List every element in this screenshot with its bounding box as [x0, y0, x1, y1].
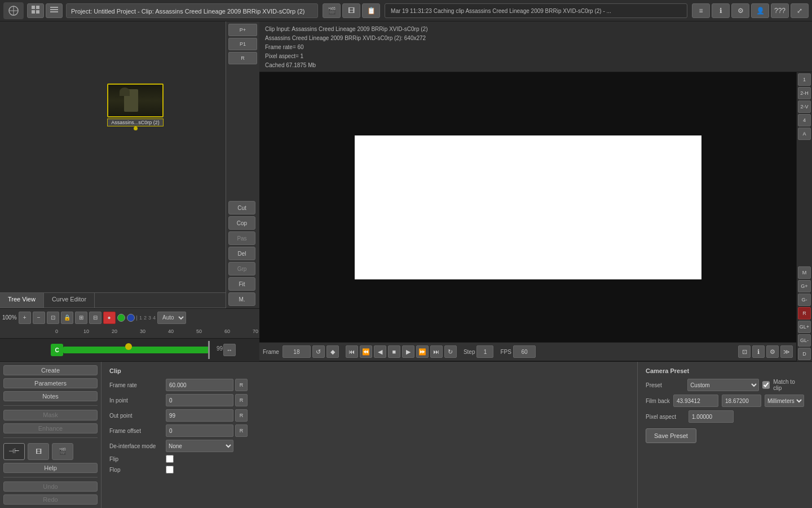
redo-btn[interactable]: Redo: [3, 494, 98, 505]
expand-icon-btn[interactable]: ⤢: [791, 3, 809, 18]
back-btn[interactable]: ◀: [374, 345, 386, 358]
camera-preset-title: Camera Preset: [646, 367, 804, 374]
film-back-input1[interactable]: [673, 395, 718, 407]
bottom-section: Create Parameters Notes Mask Enhance ⊣⊢ …: [0, 361, 259, 508]
loop2-btn[interactable]: ↻: [444, 345, 457, 358]
save-preset-button[interactable]: Save Preset: [646, 428, 696, 443]
frame-input[interactable]: [283, 345, 311, 358]
step-back-btn[interactable]: ⏪: [360, 345, 372, 358]
far-btn-2v[interactable]: 2-V: [798, 100, 811, 113]
far-btn-glminus[interactable]: GL-: [798, 334, 811, 347]
create-btn[interactable]: Create: [3, 365, 98, 375]
deinterlace-select[interactable]: None: [166, 440, 233, 452]
m-btn[interactable]: M.: [228, 292, 255, 306]
help-icon-btn[interactable]: ???: [771, 3, 789, 18]
cut-btn[interactable]: Cut: [228, 201, 255, 214]
frame-offset-input[interactable]: [166, 424, 233, 437]
step-fwd-btn[interactable]: ⏩: [416, 345, 429, 358]
stop-btn[interactable]: ■: [388, 345, 400, 358]
preset-select[interactable]: Custom: [687, 379, 759, 391]
icon-btn-slider[interactable]: ⊣⊢: [3, 443, 25, 460]
out-point-reset-btn[interactable]: R: [235, 409, 248, 422]
diamond-btn[interactable]: ◆: [326, 345, 339, 358]
play-btn[interactable]: ▶: [402, 345, 414, 358]
p-plus-btn[interactable]: P+: [228, 24, 257, 36]
frame-rate-label: Frame rate: [109, 382, 166, 388]
far-btn-gplus[interactable]: G+: [798, 280, 811, 292]
grid-btn2[interactable]: [46, 3, 63, 18]
fit-timeline-btn[interactable]: ⊡: [47, 312, 59, 324]
pb-extra-btn[interactable]: ≫: [780, 345, 793, 358]
far-btn-d[interactable]: D: [798, 348, 811, 360]
flop-checkbox[interactable]: [166, 466, 174, 474]
timeline-bar[interactable]: [63, 347, 209, 353]
grid-btn1[interactable]: [27, 3, 44, 18]
tab-curve-editor[interactable]: Curve Editor: [44, 293, 95, 308]
film-back-input2[interactable]: [722, 395, 761, 407]
expand-tl-btn[interactable]: ⊞: [75, 312, 87, 324]
far-btn-m[interactable]: M: [798, 266, 811, 279]
user-icon-btn[interactable]: 👤: [751, 3, 769, 18]
far-btn-glplus[interactable]: GL+: [798, 321, 811, 333]
timeline-c-marker[interactable]: C: [51, 344, 63, 356]
far-btn-gminus[interactable]: G-: [798, 294, 811, 306]
step-input[interactable]: [476, 345, 493, 358]
del-btn[interactable]: Del: [228, 247, 255, 260]
icon-btn-film[interactable]: 🎞: [28, 443, 49, 460]
out-point-input[interactable]: [166, 409, 233, 422]
tab-tree-view[interactable]: Tree View: [0, 293, 44, 308]
enhance-btn[interactable]: Enhance: [3, 423, 98, 433]
ruler-50: 50: [196, 329, 202, 334]
green-color-btn[interactable]: [117, 314, 125, 322]
far-btn-2h[interactable]: 2-H: [798, 87, 811, 99]
red-dot-btn[interactable]: ●: [103, 312, 116, 324]
p1-btn[interactable]: P1: [228, 38, 257, 50]
far-btn-1[interactable]: 1: [798, 73, 811, 86]
layout-single-btn[interactable]: ⊡: [738, 345, 751, 358]
settings-icon-btn[interactable]: ⚙: [731, 3, 749, 18]
pixel-aspect-input[interactable]: [689, 410, 734, 423]
fit-btn[interactable]: Fit: [228, 277, 255, 291]
loop-btn[interactable]: ↺: [312, 345, 325, 358]
track-mode-select[interactable]: Auto: [157, 312, 186, 324]
far-btn-a[interactable]: A: [798, 128, 811, 140]
frame-offset-reset-btn[interactable]: R: [235, 424, 248, 437]
fps-input[interactable]: [513, 345, 536, 358]
viewer-btn-clip[interactable]: 🎬: [323, 3, 341, 18]
blue-color-btn[interactable]: [127, 314, 135, 322]
in-point-reset-btn[interactable]: R: [235, 394, 248, 406]
far-btn-4[interactable]: 4: [798, 114, 811, 126]
frame-rate-reset-btn[interactable]: R: [235, 379, 248, 391]
info-icon-btn[interactable]: ℹ: [712, 3, 730, 18]
zoom-out-btn[interactable]: −: [33, 312, 45, 324]
notes-btn[interactable]: Notes: [3, 391, 98, 401]
zoom-in-btn[interactable]: +: [19, 312, 31, 324]
film-back-units-select[interactable]: Millimeters: [765, 395, 804, 407]
grp-btn[interactable]: Grp: [228, 262, 255, 275]
skip-start-btn[interactable]: ⏮: [346, 345, 358, 358]
r-btn[interactable]: R: [228, 52, 257, 64]
mask-btn[interactable]: Mask: [3, 410, 98, 420]
collapse-tl-btn[interactable]: ⊟: [89, 312, 102, 324]
skip-end-btn[interactable]: ⏭: [430, 345, 443, 358]
ruler-40: 40: [168, 329, 174, 334]
lock-btn[interactable]: 🔒: [61, 312, 73, 324]
in-point-input[interactable]: [166, 394, 233, 406]
undo-btn[interactable]: Undo: [3, 481, 98, 492]
pas-btn[interactable]: Pas: [228, 231, 255, 245]
flip-checkbox[interactable]: [166, 455, 174, 463]
cop-btn[interactable]: Cop: [228, 216, 255, 230]
icon-btn-clapboard[interactable]: 🎬: [52, 443, 73, 460]
list-icon-btn[interactable]: ≡: [692, 3, 710, 18]
far-btn-r[interactable]: R: [798, 307, 811, 319]
frame-rate-input[interactable]: [166, 379, 233, 391]
viewer-btn-film[interactable]: 🎞: [342, 3, 360, 18]
viewer-btn-doc[interactable]: 📋: [362, 3, 380, 18]
clip-thumbnail[interactable]: [107, 84, 164, 117]
layout-info-btn[interactable]: ℹ: [752, 345, 765, 358]
parameters-btn[interactable]: Parameters: [3, 378, 98, 388]
pb-settings-btn[interactable]: ⚙: [766, 345, 779, 358]
timeline-scroll-right[interactable]: ↔: [223, 344, 236, 356]
help-btn[interactable]: Help: [3, 463, 98, 473]
match-to-clip-checkbox[interactable]: [762, 381, 770, 389]
